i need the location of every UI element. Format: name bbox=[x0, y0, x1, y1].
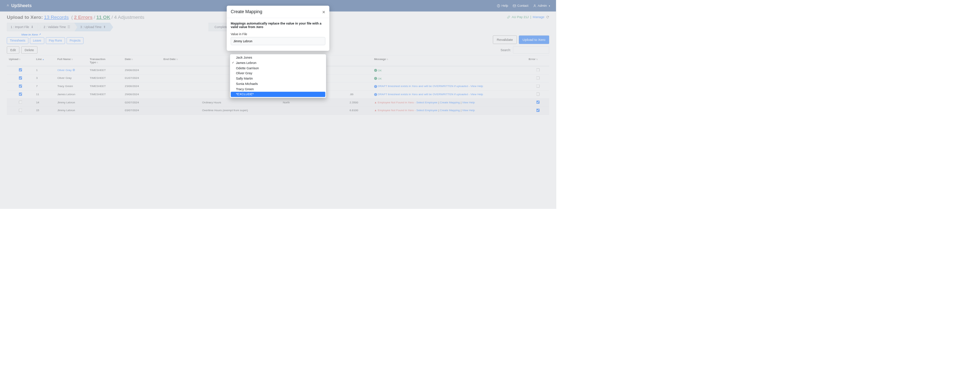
dropdown-item[interactable]: Jack Jones bbox=[231, 55, 326, 61]
modal-description: Mappings automatically replace the value… bbox=[231, 22, 326, 29]
dropdown-item[interactable]: *EXCLUDE* bbox=[231, 92, 326, 97]
dropdown-item[interactable]: Odette Garrison bbox=[231, 66, 326, 71]
value-in-file-label: Value in File bbox=[231, 32, 326, 36]
dropdown-item[interactable]: Sally Martin bbox=[231, 76, 326, 82]
value-in-file-input[interactable] bbox=[231, 37, 326, 45]
modal-title: Create Mapping bbox=[231, 9, 262, 14]
dropdown-item[interactable]: Tracy Green bbox=[231, 86, 326, 92]
employee-dropdown[interactable]: Jack JonesJames LebronOdette GarrisonOli… bbox=[230, 54, 326, 98]
dropdown-item[interactable]: Oliver Gray bbox=[231, 71, 326, 76]
dropdown-item[interactable]: Sonia Michaels bbox=[231, 82, 326, 87]
create-mapping-modal: Create Mapping × Mappings automatically … bbox=[227, 6, 329, 51]
modal-close-button[interactable]: × bbox=[322, 9, 326, 14]
dropdown-item[interactable]: James Lebron bbox=[231, 61, 326, 66]
